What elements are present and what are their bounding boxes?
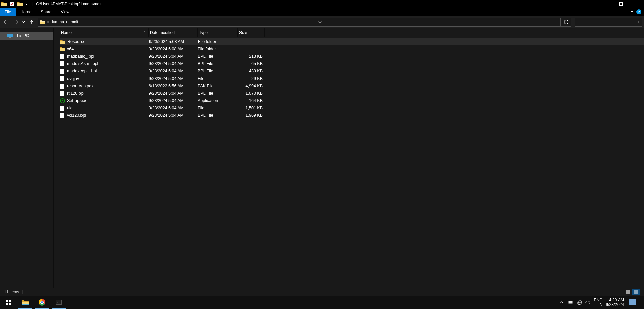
view-details-button[interactable] (632, 289, 640, 295)
file-size: 213 KB (238, 54, 265, 59)
taskbar-explorer[interactable] (17, 296, 34, 309)
file-row[interactable]: rtl120.bpl9/23/2024 5:04 AMBPL File1,070… (60, 90, 644, 97)
search-input[interactable] (575, 20, 633, 24)
file-date: 9/23/2024 5:04 AM (149, 106, 198, 110)
breadcrumb-label: lumma (52, 20, 64, 24)
breadcrumb-root-icon[interactable] (38, 18, 51, 26)
help-icon[interactable]: ? (636, 9, 641, 14)
title-bar: | C:\Users\PMAT\Desktop\lumma\malt (0, 0, 644, 8)
file-row[interactable]: ulq9/23/2024 5:04 AMFile1,501 KB (60, 104, 644, 112)
close-button[interactable] (629, 0, 644, 8)
file-row[interactable]: madbasic_.bpl9/23/2024 5:04 AMBPL File21… (60, 53, 644, 60)
svg-rect-4 (628, 290, 630, 292)
file-icon (60, 76, 65, 81)
file-size: 1,501 KB (238, 106, 265, 110)
start-button[interactable] (0, 296, 17, 309)
file-size: 439 KB (238, 69, 265, 73)
maximize-button[interactable] (613, 0, 629, 8)
clock[interactable]: 4:29 AM 9/28/2024 (606, 298, 624, 307)
refresh-button[interactable] (560, 18, 571, 26)
minimize-button[interactable] (598, 0, 613, 8)
lang-primary: ENG (594, 298, 603, 302)
tray-overflow-icon[interactable] (559, 300, 565, 305)
file-row[interactable]: vcl120.bpl9/23/2024 5:04 AMBPL File1,969… (60, 112, 644, 119)
column-name[interactable]: Name (60, 28, 149, 37)
column-label: Size (239, 30, 247, 35)
nav-up-button[interactable] (27, 17, 36, 27)
file-row[interactable]: maddisAsm_.bpl9/23/2024 5:04 AMBPL File6… (60, 60, 644, 67)
file-type: BPL File (198, 61, 238, 66)
svg-rect-1 (7, 34, 13, 37)
file-date: 9/23/2024 5:08 AM (149, 47, 198, 51)
tab-view[interactable]: View (56, 8, 74, 16)
action-center-icon[interactable] (629, 299, 636, 305)
file-size: 1,070 KB (238, 91, 265, 96)
breadcrumb-item[interactable]: lumma (51, 18, 69, 26)
file-row[interactable]: Set-up.exe9/23/2024 5:04 AMApplication16… (60, 97, 644, 104)
nav-back-button[interactable] (2, 17, 11, 27)
chrome-icon (39, 299, 45, 306)
qat-dropdown-icon[interactable] (25, 1, 29, 7)
monitor-icon (7, 34, 13, 38)
file-row[interactable]: Resource9/23/2024 5:08 AMFile folder (60, 38, 644, 45)
item-count: 11 items (4, 290, 19, 294)
quick-access-toolbar: | (0, 0, 34, 8)
nav-recent-button[interactable] (21, 17, 26, 27)
file-name: ulq (67, 106, 73, 110)
file-row[interactable]: ovqjav9/23/2024 5:04 AMFile29 KB (60, 75, 644, 82)
file-name: Resource (67, 39, 86, 44)
svg-rect-3 (626, 290, 628, 292)
folder-icon (17, 1, 23, 7)
taskbar-chrome[interactable] (34, 296, 50, 309)
volume-icon[interactable] (585, 300, 591, 305)
file-rows[interactable]: Resource9/23/2024 5:08 AMFile folderx649… (54, 37, 644, 288)
file-type: File (198, 76, 238, 81)
file-icon (60, 83, 65, 89)
file-name: Set-up.exe (67, 98, 87, 103)
breadcrumb-item[interactable]: malt (69, 18, 80, 26)
file-list: Name Date modified Type Size Resource9/2… (54, 28, 644, 288)
file-icon (60, 61, 65, 66)
file-date: 9/23/2024 5:04 AM (149, 69, 198, 73)
search-icon[interactable] (633, 20, 642, 24)
input-language[interactable]: ENG IN (594, 298, 603, 307)
sidebar-item-this-pc[interactable]: This PC (0, 32, 53, 40)
view-large-icons-button[interactable] (624, 289, 632, 295)
show-desktop-button[interactable] (641, 296, 643, 309)
system-tray: ENG IN 4:29 AM 9/28/2024 (558, 296, 644, 309)
address-bar[interactable]: lumma malt (38, 18, 571, 27)
battery-icon[interactable] (568, 300, 573, 305)
folder-icon (1, 1, 7, 7)
window-title: C:\Users\PMAT\Desktop\lumma\malt (36, 2, 101, 6)
file-size: 4,994 KB (238, 84, 265, 88)
navigation-pane[interactable]: This PC (0, 28, 54, 288)
svg-rect-10 (9, 303, 11, 305)
file-name: vcl120.bpl (67, 113, 86, 118)
tab-file[interactable]: File (0, 8, 16, 16)
file-row[interactable]: resources.pak6/13/2022 5:56 AMPAK File4,… (60, 82, 644, 90)
address-history-button[interactable] (316, 18, 324, 26)
file-date: 9/23/2024 5:04 AM (149, 98, 198, 103)
properties-check-icon[interactable] (9, 1, 15, 7)
column-date[interactable]: Date modified (149, 28, 198, 37)
file-size: 29 KB (238, 76, 265, 81)
search-box[interactable] (575, 18, 642, 27)
tab-home[interactable]: Home (16, 8, 36, 16)
file-date: 9/23/2024 5:04 AM (149, 113, 198, 118)
file-row[interactable]: x649/23/2024 5:08 AMFile folder (60, 45, 644, 53)
network-icon[interactable] (577, 300, 582, 305)
tab-share[interactable]: Share (36, 8, 56, 16)
file-date: 9/23/2024 5:08 AM (149, 39, 198, 44)
file-name: rtl120.bpl (67, 91, 84, 96)
file-date: 9/23/2024 5:04 AM (149, 54, 198, 59)
ribbon-collapse-icon[interactable] (630, 10, 634, 14)
column-size[interactable]: Size (238, 28, 265, 37)
nav-forward-button[interactable] (11, 17, 20, 27)
svg-rect-5 (626, 292, 628, 294)
taskbar: >_ ENG IN 4:29 AM 9/28/2024 (0, 296, 644, 309)
svg-rect-2 (9, 37, 11, 38)
column-type[interactable]: Type (198, 28, 238, 37)
file-row[interactable]: madexcept_.bpl9/23/2024 5:04 AMBPL File4… (60, 67, 644, 75)
taskbar-terminal[interactable]: >_ (50, 296, 67, 309)
svg-rect-6 (628, 292, 630, 294)
